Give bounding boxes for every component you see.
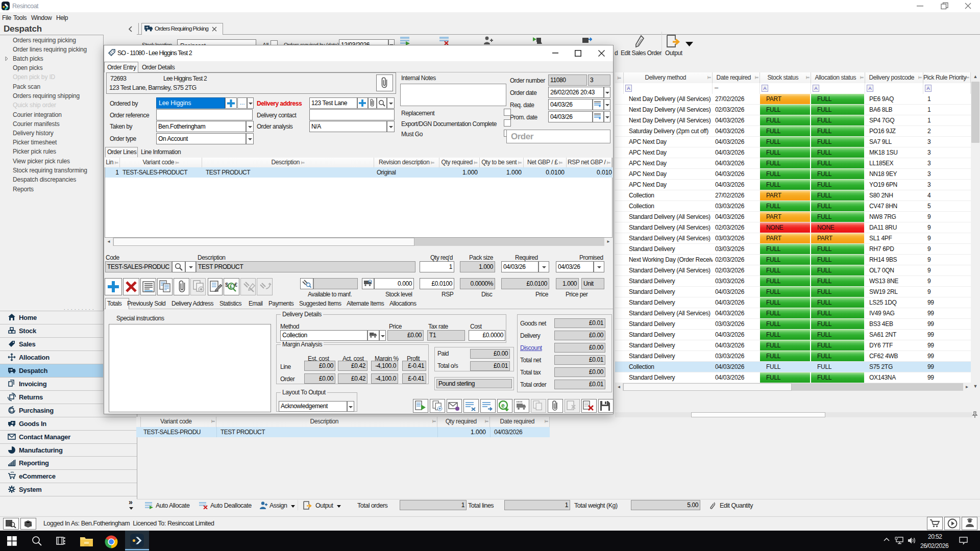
svg-text:e: e [501, 402, 505, 409]
svg-text:€: € [234, 282, 237, 288]
svg-text:i: i [31, 523, 32, 528]
svg-text:£: £ [230, 284, 233, 289]
